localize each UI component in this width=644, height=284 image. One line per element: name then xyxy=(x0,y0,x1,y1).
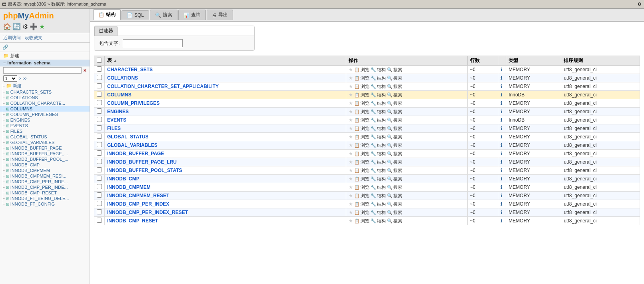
star-button[interactable]: ★ xyxy=(349,84,353,89)
table-name-link[interactable]: COLUMN_PRIVILEGES xyxy=(107,100,160,106)
row-checkbox[interactable] xyxy=(97,192,102,198)
star-button[interactable]: ★ xyxy=(349,159,353,165)
structure-button[interactable]: 🔧 结构 xyxy=(371,193,386,199)
info-icon[interactable]: ℹ xyxy=(500,126,502,131)
info-icon[interactable]: ℹ xyxy=(500,151,502,156)
page-next-btn[interactable]: > xyxy=(19,76,21,81)
row-checkbox[interactable] xyxy=(97,176,102,181)
structure-button[interactable]: 🔧 结构 xyxy=(371,168,386,174)
sidebar-item-INNODB_CMPMEM[interactable]: ├ ⊞ INNODB_CMPMEM xyxy=(0,168,90,173)
star-button[interactable]: ★ xyxy=(349,210,353,215)
tab-query[interactable]: 📊 查询 xyxy=(178,10,206,20)
info-icon[interactable]: ℹ xyxy=(500,210,502,215)
refresh-icon[interactable]: 🔄 xyxy=(13,23,21,30)
row-checkbox[interactable] xyxy=(97,125,102,130)
table-name-link[interactable]: INNODB_CMP xyxy=(107,176,140,182)
info-icon[interactable]: ℹ xyxy=(500,92,502,98)
structure-button[interactable]: 🔧 结构 xyxy=(371,184,386,190)
star-button[interactable]: ★ xyxy=(349,109,353,114)
table-name-link[interactable]: INNODB_CMP_RESET xyxy=(107,218,158,224)
star-button[interactable]: ★ xyxy=(349,117,353,123)
info-icon[interactable]: ℹ xyxy=(500,218,502,224)
sidebar-item-INNODB_CMP_PER_INDEX[interactable]: ├ ⊞ INNODB_CMP_PER_INDE... xyxy=(0,179,90,184)
star-button[interactable]: ★ xyxy=(349,100,353,106)
info-icon[interactable]: ℹ xyxy=(500,176,502,182)
browse-button[interactable]: 📋 浏览 xyxy=(354,159,369,165)
browse-button[interactable]: 📋 浏览 xyxy=(354,176,369,182)
table-name-link[interactable]: FILES xyxy=(107,126,121,131)
search-button[interactable]: 🔍 搜索 xyxy=(387,159,402,165)
search-button[interactable]: 🔍 搜索 xyxy=(387,184,402,190)
table-name-link[interactable]: COLUMNS xyxy=(107,92,132,98)
tab-sql[interactable]: 📄 SQL xyxy=(122,10,149,20)
sidebar-item-FILES[interactable]: ├ ⊞ FILES xyxy=(0,128,90,134)
info-icon[interactable]: ℹ xyxy=(500,142,502,148)
sidebar-item-GLOBAL_STATUS[interactable]: ├ ⊞ GLOBAL_STATUS xyxy=(0,134,90,140)
row-checkbox[interactable] xyxy=(97,66,102,72)
info-icon[interactable]: ℹ xyxy=(500,184,502,190)
star-button[interactable]: ★ xyxy=(349,134,353,140)
tab-export[interactable]: 🖨 导出 xyxy=(207,10,233,20)
row-checkbox[interactable] xyxy=(97,83,102,88)
table-name-link[interactable]: INNODB_BUFFER_PAGE_LRU xyxy=(107,159,177,165)
browse-button[interactable]: 📋 浏览 xyxy=(354,142,369,148)
star-button[interactable]: ★ xyxy=(349,176,353,182)
sidebar-new-button[interactable]: 📁 新建 xyxy=(0,52,90,60)
filter-contains-input[interactable] xyxy=(123,39,183,47)
sidebar-item-INNODB_CMP_PER_INDEX_RESET[interactable]: ├ ⊞ INNODB_CMP_PER_INDE... xyxy=(0,184,90,190)
search-button[interactable]: 🔍 搜索 xyxy=(387,84,402,90)
search-button[interactable]: 🔍 搜索 xyxy=(387,92,402,98)
structure-button[interactable]: 🔧 结构 xyxy=(371,176,386,182)
structure-button[interactable]: 🔧 结构 xyxy=(371,159,386,165)
structure-button[interactable]: 🔧 结构 xyxy=(371,84,386,90)
col-type-header[interactable]: 类型 xyxy=(506,56,561,66)
page-select[interactable]: 1 xyxy=(3,75,17,82)
row-checkbox[interactable] xyxy=(97,108,102,114)
row-checkbox[interactable] xyxy=(97,167,102,172)
info-icon[interactable]: ℹ xyxy=(500,67,502,72)
row-checkbox[interactable] xyxy=(97,209,102,214)
browse-button[interactable]: 📋 浏览 xyxy=(354,117,369,123)
structure-button[interactable]: 🔧 结构 xyxy=(371,201,386,207)
search-button[interactable]: 🔍 搜索 xyxy=(387,201,402,207)
browse-button[interactable]: 📋 浏览 xyxy=(354,134,369,140)
star-button[interactable]: ★ xyxy=(349,92,353,98)
structure-button[interactable]: 🔧 结构 xyxy=(371,75,386,81)
table-name-link[interactable]: INNODB_BUFFER_PAGE xyxy=(107,151,164,156)
structure-button[interactable]: 🔧 结构 xyxy=(371,67,386,73)
table-name-link[interactable]: INNODB_CMPMEM_RESET xyxy=(107,193,169,198)
browse-button[interactable]: 📋 浏览 xyxy=(354,109,369,115)
search-button[interactable]: 🔍 搜索 xyxy=(387,126,402,132)
structure-button[interactable]: 🔧 结构 xyxy=(371,92,386,98)
info-icon[interactable]: ℹ xyxy=(500,159,502,165)
structure-button[interactable]: 🔧 结构 xyxy=(371,126,386,132)
row-checkbox[interactable] xyxy=(97,75,102,80)
star-button[interactable]: ★ xyxy=(349,75,353,81)
tab-search[interactable]: 🔍 搜索 xyxy=(150,10,177,20)
bookmark-link[interactable]: 表收藏夹 xyxy=(25,35,42,41)
star-button[interactable]: ★ xyxy=(349,201,353,207)
row-checkbox[interactable] xyxy=(97,184,102,189)
info-icon[interactable]: ℹ xyxy=(500,84,502,89)
sidebar-item-INNODB_CMPMEM_RESET[interactable]: ├ ⊞ INNODB_CMPMEM_RESI... xyxy=(0,173,90,179)
sidebar-item-INNODB_CMP_RESET[interactable]: ├ ⊞ INNODB_CMP_RESET xyxy=(0,190,90,196)
search-button[interactable]: 🔍 搜索 xyxy=(387,109,402,115)
browse-button[interactable]: 📋 浏览 xyxy=(354,168,369,174)
info-icon[interactable]: ℹ xyxy=(500,134,502,140)
search-button[interactable]: 🔍 搜索 xyxy=(387,193,402,199)
sidebar-item-new[interactable]: ├ 📁 新建 xyxy=(0,82,90,89)
star-button[interactable]: ★ xyxy=(349,218,353,224)
row-checkbox[interactable] xyxy=(97,142,102,147)
config-icon[interactable]: ⚙ xyxy=(22,23,28,30)
sidebar-item-CHARACTER_SETS[interactable]: ├ ⊞ CHARACTER_SETS xyxy=(0,89,90,95)
sidebar-item-COLUMN_PRIVILEGES[interactable]: ├ ⊞ COLUMN_PRIVILEGES xyxy=(0,112,90,117)
structure-button[interactable]: 🔧 结构 xyxy=(371,100,386,106)
sidebar-item-INNODB_FT_BEING_DELETED[interactable]: ├ ⊞ INNODB_FT_BEING_DELE... xyxy=(0,196,90,201)
sidebar-item-EVENTS[interactable]: ├ ⊞ EVENTS xyxy=(0,123,90,128)
sidebar-item-COLLATIONS[interactable]: ├ ⊞ COLLATIONS xyxy=(0,95,90,100)
recent-link[interactable]: 近期访问 xyxy=(3,35,21,41)
sidebar-item-INNODB_BUFFER_PAGE[interactable]: ├ ⊞ INNODB_BUFFER_PAGE xyxy=(0,145,90,151)
filter-clear-button[interactable]: ✕ xyxy=(83,68,86,73)
info-icon[interactable]: ℹ xyxy=(500,193,502,198)
browse-button[interactable]: 📋 浏览 xyxy=(354,184,369,190)
